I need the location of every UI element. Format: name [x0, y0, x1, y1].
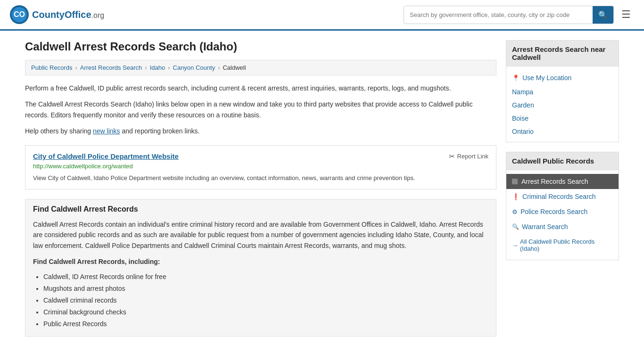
- main-container: Caldwell Arrest Records Search (Idaho) P…: [16, 31, 628, 346]
- content-area: Caldwell Arrest Records Search (Idaho) P…: [25, 40, 496, 337]
- search-bar: 🔍: [404, 6, 614, 24]
- breadcrumb: Public Records › Arrest Records Search ›…: [25, 60, 496, 75]
- description-1: Perform a free Caldwell, ID public arres…: [25, 83, 496, 93]
- search-area: 🔍 ☰: [404, 6, 635, 24]
- sidebar-all-records-link[interactable]: → All Caldwell Public Records (Idaho): [506, 234, 619, 256]
- list-item: Public Arrest Records: [43, 318, 488, 330]
- nearby-garden[interactable]: Garden: [506, 99, 619, 112]
- nearby-boise[interactable]: Boise: [506, 112, 619, 125]
- sidebar-item-warrant-search[interactable]: 🔍 Warrant Search: [506, 219, 619, 234]
- find-including-title: Find Caldwell Arrest Records, including:: [33, 256, 488, 267]
- nearby-ontario[interactable]: Ontario: [506, 125, 619, 138]
- pin-icon: [512, 74, 520, 82]
- arrow-icon: →: [512, 242, 518, 249]
- svg-text:CO: CO: [14, 10, 25, 18]
- description-2: The Caldwell Arrest Records Search (Idah…: [25, 99, 496, 120]
- sidebar-item-police-records[interactable]: ⚙ Police Records Search: [506, 204, 619, 219]
- breadcrumb-idaho[interactable]: Idaho: [150, 64, 165, 71]
- use-my-location[interactable]: Use My Location: [506, 70, 619, 85]
- new-links[interactable]: new links: [93, 127, 120, 135]
- nearby-nampa[interactable]: Nampa: [506, 85, 619, 99]
- breadcrumb-public-records[interactable]: Public Records: [31, 64, 72, 71]
- sidebar-nearby-section: Arrest Records Search near Caldwell Use …: [506, 40, 619, 142]
- square-icon: [512, 179, 518, 184]
- breadcrumb-canyon-county[interactable]: Canyon County: [173, 64, 215, 71]
- logo-icon: CO: [9, 5, 29, 25]
- description-3: Help others by sharing new links and rep…: [25, 126, 496, 136]
- breadcrumb-arrest-records-search[interactable]: Arrest Records Search: [80, 64, 142, 71]
- report-link-button[interactable]: Report Link: [449, 152, 488, 161]
- list-item: Mugshots and arrest photos: [43, 283, 488, 295]
- list-item: Caldwell criminal records: [43, 295, 488, 306]
- logo-area: CO CountyOffice.org: [9, 5, 104, 25]
- header: CO CountyOffice.org 🔍 ☰: [0, 0, 644, 31]
- link-card: City of Caldwell Police Department Websi…: [25, 145, 496, 190]
- link-card-title[interactable]: City of Caldwell Police Department Websi…: [33, 152, 179, 160]
- link-url[interactable]: http://www.caldwellpolice.org/wanted: [33, 163, 488, 170]
- search-s-icon: 🔍: [512, 223, 519, 230]
- page-title: Caldwell Arrest Records Search (Idaho): [25, 40, 496, 53]
- sidebar-item-criminal-records[interactable]: ❗ Criminal Records Search: [506, 189, 619, 204]
- find-section: Find Caldwell Arrest Records Caldwell Ar…: [25, 199, 496, 337]
- scissors-icon: [449, 152, 455, 161]
- link-description: View City of Caldwell, Idaho Police Depa…: [33, 173, 488, 183]
- sidebar-nearby-header: Arrest Records Search near Caldwell: [506, 41, 619, 66]
- sidebar-public-records-section: Caldwell Public Records Arrest Records S…: [506, 152, 619, 260]
- sidebar: Arrest Records Search near Caldwell Use …: [506, 40, 619, 337]
- list-item: Criminal background checks: [43, 306, 488, 318]
- exclaim-icon: ❗: [512, 193, 520, 200]
- logo-text: CountyOffice.org: [32, 9, 104, 20]
- menu-button[interactable]: ☰: [618, 7, 635, 23]
- find-list: Caldwell, ID Arrest Records online for f…: [33, 271, 488, 330]
- sidebar-item-arrest-records[interactable]: Arrest Records Search: [506, 174, 619, 189]
- search-input[interactable]: [404, 8, 593, 22]
- gear-icon: ⚙: [512, 208, 518, 215]
- find-section-body: Caldwell Arrest Records contain an indiv…: [33, 219, 488, 251]
- list-item: Caldwell, ID Arrest Records online for f…: [43, 271, 488, 283]
- search-button[interactable]: 🔍: [593, 6, 613, 24]
- find-section-title: Find Caldwell Arrest Records: [33, 205, 488, 214]
- sidebar-public-records-header: Caldwell Public Records: [506, 152, 619, 170]
- breadcrumb-caldwell: Caldwell: [223, 64, 246, 71]
